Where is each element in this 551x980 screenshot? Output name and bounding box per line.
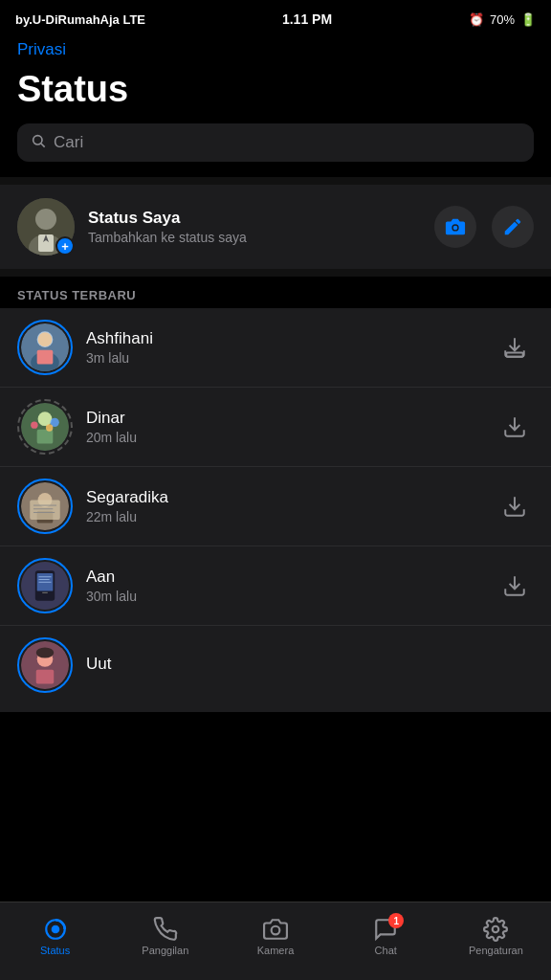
nav-item-pengaturan[interactable]: Pengaturan <box>441 902 551 965</box>
status-name: Dinar <box>86 409 482 428</box>
status-item[interactable]: Aan 30m lalu <box>0 546 551 626</box>
bottom-nav: Status Panggilan Kamera 1 <box>0 902 551 980</box>
status-time: 3m lalu <box>86 350 482 366</box>
status-item[interactable]: Ashfihani 3m lalu <box>0 308 551 388</box>
svg-rect-18 <box>37 430 54 444</box>
nav-item-status[interactable]: Status <box>0 902 110 965</box>
status-name: Aan <box>86 568 482 587</box>
status-info-segaradika: Segaradika 22m lalu <box>86 488 482 524</box>
nav-item-kamera[interactable]: Kamera <box>220 902 330 965</box>
chat-nav-label: Chat <box>375 945 397 956</box>
svg-point-0 <box>33 136 42 145</box>
my-status-text: Status Saya Tambahkan ke status saya <box>88 209 421 245</box>
page-title: Status <box>17 69 534 110</box>
divider-2 <box>0 269 551 277</box>
svg-point-3 <box>35 209 56 230</box>
svg-rect-41 <box>36 670 55 684</box>
my-status-title: Status Saya <box>88 209 421 228</box>
edit-action-button[interactable] <box>492 206 534 248</box>
time-text: 1.11 PM <box>282 11 332 27</box>
svg-rect-15 <box>506 352 522 356</box>
privasi-label: Privasi <box>17 40 66 58</box>
nav-item-panggilan[interactable]: Panggilan <box>110 902 220 965</box>
status-name: Segaradika <box>86 488 482 507</box>
status-nav-label: Status <box>40 945 70 956</box>
battery-area: ⏰ 70% 🔋 <box>469 12 536 27</box>
svg-point-44 <box>52 925 59 933</box>
my-status-subtitle: Tambahkan ke status saya <box>88 230 421 245</box>
download-button-dinar[interactable] <box>496 408 534 446</box>
panggilan-nav-icon <box>153 917 178 942</box>
svg-point-17 <box>38 412 53 426</box>
pengaturan-nav-label: Pengaturan <box>469 945 523 956</box>
svg-rect-13 <box>37 350 54 365</box>
section-label: STATUS TERBARU <box>0 277 551 308</box>
status-avatar-ashfihani <box>17 320 73 375</box>
status-info-dinar: Dinar 20m lalu <box>86 409 482 445</box>
svg-point-21 <box>46 424 53 431</box>
status-item[interactable]: Segaradika 22m lalu <box>0 467 551 546</box>
svg-point-42 <box>36 647 55 657</box>
pengaturan-nav-icon <box>483 917 508 942</box>
search-container <box>0 123 551 177</box>
svg-rect-26 <box>30 501 59 520</box>
chat-icon-wrap: 1 <box>373 917 398 942</box>
my-status-section: + Status Saya Tambahkan ke status saya <box>0 185 551 269</box>
status-time: 20m lalu <box>86 430 482 445</box>
kamera-nav-label: Kamera <box>257 945 295 956</box>
battery-text: 70% <box>490 12 515 27</box>
status-time: 22m lalu <box>86 509 482 524</box>
svg-line-1 <box>41 144 45 147</box>
status-name: Ashfihani <box>86 329 482 348</box>
my-status-avatar[interactable]: + <box>17 198 75 256</box>
svg-point-12 <box>38 332 53 346</box>
status-info-uut: Uut <box>86 655 534 676</box>
status-bar: by.U-DiRumahAja LTE 1.11 PM ⏰ 70% 🔋 <box>0 0 551 34</box>
status-avatar-uut <box>17 637 73 693</box>
status-list: Ashfihani 3m lalu <box>0 308 551 712</box>
status-nav-icon <box>43 917 68 942</box>
panggilan-nav-label: Panggilan <box>142 945 188 956</box>
status-info-aan: Aan 30m lalu <box>86 568 482 604</box>
nav-item-chat[interactable]: 1 Chat <box>331 902 441 965</box>
kamera-nav-icon <box>263 917 288 942</box>
status-time: 30m lalu <box>86 589 482 604</box>
status-item[interactable]: Uut <box>0 626 551 712</box>
download-button-aan[interactable] <box>496 567 534 605</box>
status-action-buttons <box>434 206 534 248</box>
search-input[interactable] <box>54 133 520 152</box>
status-avatar-dinar <box>17 399 73 455</box>
svg-point-46 <box>493 926 499 933</box>
carrier-text: by.U-DiRumahAja LTE <box>15 12 145 27</box>
download-button-segaradika[interactable] <box>496 487 534 525</box>
page-title-area: Status <box>0 65 551 123</box>
status-info-ashfihani: Ashfihani 3m lalu <box>86 329 482 366</box>
status-avatar-segaradika <box>17 479 73 534</box>
svg-point-45 <box>272 926 280 935</box>
add-status-badge: + <box>55 236 75 256</box>
chat-badge: 1 <box>388 913 404 928</box>
search-icon <box>31 133 46 152</box>
search-bar[interactable] <box>17 123 534 162</box>
status-avatar-aan <box>17 558 73 613</box>
svg-point-8 <box>453 226 458 231</box>
privasi-link[interactable]: Privasi <box>0 34 551 65</box>
download-button-ashfihani[interactable] <box>496 328 534 367</box>
camera-action-button[interactable] <box>434 206 476 248</box>
status-name: Uut <box>86 655 534 674</box>
svg-point-19 <box>31 421 37 428</box>
status-item[interactable]: Dinar 20m lalu <box>0 388 551 467</box>
divider-1 <box>0 177 551 185</box>
